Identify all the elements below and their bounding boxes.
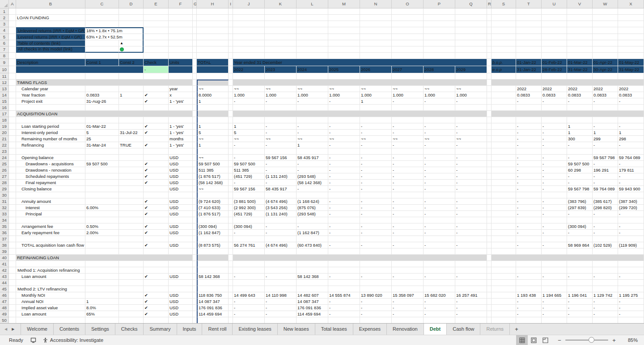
cell-D16[interactable]	[119, 105, 144, 111]
cell-A47[interactable]	[9, 299, 16, 305]
cell-L6[interactable]	[297, 40, 328, 46]
cell-V11[interactable]	[567, 73, 593, 80]
cell-D36[interactable]	[119, 230, 144, 236]
cell-O25[interactable]: -	[392, 161, 424, 167]
cell-C36[interactable]: 2.00%	[85, 230, 119, 236]
cell-D46[interactable]	[119, 292, 144, 299]
cell-C4[interactable]: 18% • 1.8x • 75.1m	[85, 27, 144, 34]
tab-contents[interactable]: Contents	[54, 324, 85, 335]
cell-M41[interactable]	[328, 261, 360, 267]
cell-W29[interactable]: 59 764 089	[593, 186, 618, 192]
col-header-I[interactable]: I	[229, 0, 233, 8]
cell-S45[interactable]	[491, 286, 516, 292]
cell-N44[interactable]	[360, 280, 392, 286]
cell-I10[interactable]	[229, 66, 233, 73]
cell-T29[interactable]: -	[516, 186, 542, 192]
cell-J13[interactable]: ~~	[233, 86, 265, 92]
cell-T26[interactable]: -	[516, 167, 542, 173]
cell-L19[interactable]: -	[297, 123, 328, 130]
cell-O10[interactable]: 2027	[392, 66, 424, 73]
cell-T44[interactable]	[516, 280, 542, 286]
cell-B46[interactable]: Monthly NOI	[16, 292, 85, 299]
cell-Q4[interactable]	[455, 27, 487, 34]
cell-P42[interactable]	[424, 267, 455, 273]
row-header-48[interactable]: 48	[0, 305, 9, 311]
col-header-O[interactable]: O	[392, 0, 424, 8]
cell-F44[interactable]	[169, 280, 193, 286]
cell-S11[interactable]	[491, 73, 516, 80]
cell-K49[interactable]: -	[265, 311, 297, 317]
cell-V50[interactable]	[567, 317, 593, 323]
cell-L50[interactable]	[297, 317, 328, 323]
cell-I20[interactable]	[229, 130, 233, 136]
cell-E47[interactable]: ✔	[144, 299, 169, 305]
col-header-K[interactable]: K	[265, 0, 297, 8]
cell-H34[interactable]	[197, 217, 229, 223]
col-header-G[interactable]: G	[193, 0, 197, 8]
cell-M34[interactable]	[328, 217, 360, 223]
cell-Q38[interactable]: -	[455, 242, 487, 248]
cell-E10[interactable]: -	[144, 66, 169, 73]
cell-B20[interactable]: Interest-only period	[16, 130, 85, 136]
cell-V36[interactable]: -	[567, 230, 593, 236]
cell-W39[interactable]	[593, 248, 618, 255]
cell-O37[interactable]	[392, 236, 424, 242]
cell-M4[interactable]	[328, 27, 360, 34]
cell-S18[interactable]	[491, 117, 516, 123]
cell-W36[interactable]: -	[593, 230, 618, 236]
cell-N34[interactable]	[360, 217, 392, 223]
cell-B47[interactable]: Annual NOI	[16, 299, 85, 305]
cell-J22[interactable]: -	[233, 142, 265, 148]
cell-E9[interactable]: Check	[144, 59, 169, 66]
cell-Q19[interactable]: -	[455, 123, 487, 130]
cell-J27[interactable]: (451 729)	[233, 173, 265, 180]
cell-A32[interactable]	[9, 205, 16, 211]
col-header-L[interactable]: L	[297, 0, 328, 8]
cell-P28[interactable]: -	[424, 180, 455, 186]
cell-R11[interactable]	[487, 73, 491, 80]
cell-G16[interactable]	[193, 105, 197, 111]
cell-A35[interactable]	[9, 223, 16, 230]
row-header-45[interactable]: 45	[0, 286, 9, 292]
cell-K16[interactable]	[265, 105, 297, 111]
cell-M45[interactable]	[328, 286, 360, 292]
cell-S3[interactable]	[491, 21, 516, 27]
cell-Q31[interactable]: -	[455, 198, 487, 205]
cell-G3[interactable]	[193, 21, 197, 27]
cell-J14[interactable]: 1.000	[233, 92, 265, 98]
cell-N3[interactable]	[360, 21, 392, 27]
cell-F22[interactable]: 1 - 'yes'	[169, 142, 193, 148]
cell-M1[interactable]	[328, 8, 360, 15]
row-header-3[interactable]: 3	[0, 21, 9, 27]
cell-P36[interactable]: -	[424, 230, 455, 236]
cell-D22[interactable]: TRUE	[119, 142, 144, 148]
cell-C3[interactable]	[85, 21, 119, 27]
cell-W45[interactable]	[593, 286, 618, 292]
cell-V45[interactable]	[567, 286, 593, 292]
cell-D27[interactable]	[119, 173, 144, 180]
cell-C14[interactable]: 0.0833	[85, 92, 119, 98]
cell-I48[interactable]	[229, 305, 233, 311]
cell-V38[interactable]: 58 969 864	[567, 242, 593, 248]
cell-E1[interactable]	[144, 8, 169, 15]
cell-N46[interactable]: 13 890 020	[360, 292, 392, 299]
cell-O32[interactable]: -	[392, 205, 424, 211]
cell-S25[interactable]	[491, 161, 516, 167]
cell-G37[interactable]	[193, 236, 197, 242]
cell-P6[interactable]	[424, 40, 455, 46]
cell-X47[interactable]: -	[618, 299, 644, 305]
cell-D34[interactable]	[119, 217, 144, 223]
tab-renovation[interactable]: Renovation	[387, 324, 424, 335]
cell-I49[interactable]	[229, 311, 233, 317]
row-header-30[interactable]: 30	[0, 192, 9, 198]
cell-T30[interactable]	[516, 192, 542, 198]
cell-G49[interactable]	[193, 311, 197, 317]
cell-S48[interactable]	[491, 305, 516, 311]
cell-H22[interactable]: 1	[197, 142, 229, 148]
cell-J7[interactable]	[233, 46, 265, 53]
cell-B21[interactable]: Remaining number of months	[16, 136, 85, 142]
cell-G34[interactable]	[193, 217, 197, 223]
cell-A12[interactable]	[9, 80, 16, 86]
cell-W20[interactable]: 1	[593, 130, 618, 136]
row-header-27[interactable]: 27	[0, 173, 9, 180]
